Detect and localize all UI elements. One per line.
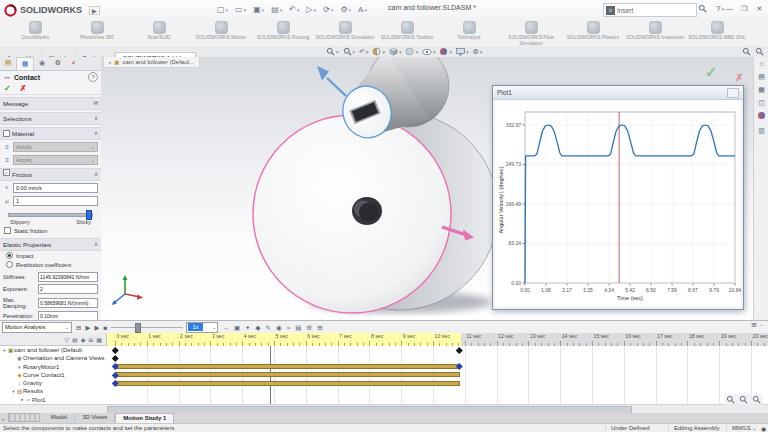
pm-help-icon[interactable]: ? xyxy=(88,72,98,82)
results-tool-button[interactable]: ⊞ xyxy=(316,322,323,333)
motion-tree-item-camera[interactable]: ◉Orientation and Camera Views xyxy=(0,354,107,362)
search-commands-input[interactable]: ⌗ Insert xyxy=(603,3,697,17)
playback-mode-button[interactable]: → xyxy=(221,322,230,333)
slider-handle[interactable] xyxy=(86,210,92,220)
addin-solidworks-flow-simulation[interactable]: SOLIDWORKS Flow Simulation xyxy=(500,20,562,46)
tab-scroll-strip[interactable] xyxy=(8,413,40,422)
appearances-scenes-icon[interactable] xyxy=(754,111,768,124)
slider-handle[interactable] xyxy=(135,323,141,333)
tab-dimxpertmanager[interactable]: ⚙ xyxy=(50,57,66,69)
message-section-header[interactable]: Message✉ xyxy=(0,97,101,110)
friction-section-header[interactable]: Friction ∧ xyxy=(0,168,101,181)
custom-properties-icon[interactable]: ▥ xyxy=(754,124,768,137)
key-point[interactable] xyxy=(456,347,462,353)
rebuild-button[interactable]: ⟳▾ xyxy=(321,2,335,18)
material-checkbox[interactable] xyxy=(3,130,10,137)
addin-circuitworks[interactable]: CircuitWorks xyxy=(4,20,66,41)
motor-button[interactable]: ◉ xyxy=(275,322,283,333)
maximize-button[interactable]: ❐ xyxy=(738,3,751,15)
units-select[interactable]: MMGS ⌄ xyxy=(726,425,757,431)
tab-configurationmanager[interactable]: ◉ xyxy=(34,57,50,69)
document-tab[interactable]: ▸ ▣ cam and follower (Defaul... xyxy=(103,57,200,68)
zoom-fit-icon[interactable]: ▾ xyxy=(326,47,339,57)
scene-icon[interactable]: ▾ xyxy=(456,47,469,57)
minimize-button[interactable]: — xyxy=(723,3,736,15)
stiffness-field[interactable]: 1149.92390841 N/mm xyxy=(38,272,98,282)
impact-radio[interactable] xyxy=(6,252,13,259)
filter-icon[interactable]: ▽ xyxy=(64,336,69,343)
material-section-header[interactable]: Material ∧ xyxy=(0,127,101,140)
motion-tree-item-plot[interactable]: ▸≈Plot1 xyxy=(0,396,107,404)
menu-flyout-arrow[interactable]: ▶ xyxy=(89,6,100,15)
timeline-bar-contact[interactable] xyxy=(115,372,460,377)
gravity-tool-button[interactable]: ⚙ xyxy=(305,322,313,333)
zoom-area-icon[interactable]: ▾ xyxy=(343,47,356,57)
study-type-select[interactable]: Motion Analysis⌄ xyxy=(2,322,72,333)
playback-speed-select[interactable]: 1x⌄ xyxy=(186,322,218,333)
new-button[interactable]: ▢▾ xyxy=(215,2,230,18)
file-explorer-icon[interactable]: ▦ xyxy=(754,83,768,96)
elastic-properties-header[interactable]: Elastic Properties∧ xyxy=(0,238,101,251)
text-button[interactable]: A▾ xyxy=(356,2,369,18)
motion-tree-item-contact[interactable]: ◆Curve Contact1 xyxy=(0,371,107,379)
motion-tree-item-assembly[interactable]: ▾▣cam and follower (Default xyxy=(0,346,107,354)
select-button[interactable]: ▷▾ xyxy=(305,2,319,18)
tab-model[interactable]: Model xyxy=(44,413,75,422)
addin-solidworks-toolbox[interactable]: SOLIDWORKS Toolbox xyxy=(376,20,438,41)
contact-tool-button[interactable]: ▤ xyxy=(294,322,302,333)
display-style-icon[interactable]: ▾ xyxy=(405,47,418,57)
print-button[interactable]: ▤▾ xyxy=(269,2,284,18)
plot-title-bar[interactable]: Plot1 xyxy=(493,86,743,100)
motion-tree-item-results[interactable]: ▾▤Results xyxy=(0,387,107,395)
search-model-icon[interactable] xyxy=(755,47,764,56)
stop-button[interactable]: ■ xyxy=(102,322,108,333)
pm-ok-button[interactable]: ✓ xyxy=(4,84,11,93)
addin-solidworks-mbd-snl[interactable]: SOLIDWORKS MBD SNL xyxy=(686,20,748,41)
timeline-bar-motor[interactable] xyxy=(115,364,460,369)
view-orientation-icon[interactable]: ▾ xyxy=(389,47,402,57)
timeline-bar-gravity[interactable] xyxy=(115,381,460,386)
material1-select[interactable]: Acrylic⌄ xyxy=(13,142,98,152)
motion-tree-item-motor[interactable]: ◐RotaryMotor1 xyxy=(0,363,107,371)
save-button[interactable]: ▣▾ xyxy=(251,2,266,18)
appearances-icon[interactable]: ▾ xyxy=(439,47,452,57)
motor-arrow[interactable] xyxy=(327,78,346,96)
timeline-position-slider[interactable] xyxy=(111,322,183,332)
addin-photoview-360[interactable]: PhotoView 360 xyxy=(66,20,128,41)
previous-view-icon[interactable]: ↶▾ xyxy=(359,47,368,57)
options-icon[interactable]: ▦ xyxy=(96,336,102,343)
view-settings-icon[interactable]: ⚙▾ xyxy=(473,47,483,57)
pm-cancel-button[interactable]: ✗ xyxy=(20,84,27,93)
friction-velocity-field[interactable]: 0.00 mm/s xyxy=(13,183,98,193)
close-button[interactable]: ✕ xyxy=(753,3,766,15)
static-friction-checkbox[interactable] xyxy=(4,227,11,234)
hide-show-icon[interactable]: ▾ xyxy=(422,47,436,57)
friction-slider[interactable] xyxy=(8,210,93,218)
zoom-icon[interactable]: ⊞ xyxy=(88,336,93,343)
cam-disc-face[interactable] xyxy=(253,115,451,313)
plot-window-button[interactable] xyxy=(727,88,739,98)
timeline-zoom-out-icon[interactable] xyxy=(726,395,735,404)
tab-displaymanager[interactable]: ◐ xyxy=(66,57,82,69)
open-button[interactable]: ▭▾ xyxy=(233,2,248,18)
tab-featuremanager[interactable]: ▤ xyxy=(0,57,16,69)
edit-mode[interactable]: Editing Assembly xyxy=(668,425,720,431)
save-animation-button[interactable]: ▣ xyxy=(233,322,241,333)
zoom-icon[interactable] xyxy=(742,47,751,56)
calculate-button[interactable]: ⊞ xyxy=(75,322,82,333)
exponent-field[interactable]: 2 xyxy=(38,284,98,294)
key-point[interactable] xyxy=(112,355,118,361)
addin-solidworks-routing[interactable]: SOLIDWORKS Routing xyxy=(252,20,314,41)
max-damping-field[interactable]: 0.58659681 N/(mm/s) xyxy=(38,298,98,308)
friction-checkbox[interactable] xyxy=(3,169,10,176)
tab-motion-study-1[interactable]: Motion Study 1 xyxy=(115,413,174,423)
undo-button[interactable]: ↶▾ xyxy=(287,2,301,18)
auto-key-button[interactable]: ◆ xyxy=(255,322,262,333)
restitution-radio[interactable] xyxy=(6,261,13,268)
tab-3d-views[interactable]: 3D Views xyxy=(75,413,115,422)
plot-window[interactable]: Plot1 0.001.082.173.254.345.426.507.598.… xyxy=(492,85,744,310)
addin-scanto3d[interactable]: ScanTo3D xyxy=(128,20,190,41)
material2-select[interactable]: Acrylic⌄ xyxy=(13,155,98,165)
home-icon[interactable]: ⌂ xyxy=(754,57,768,70)
key-point[interactable] xyxy=(112,347,118,353)
